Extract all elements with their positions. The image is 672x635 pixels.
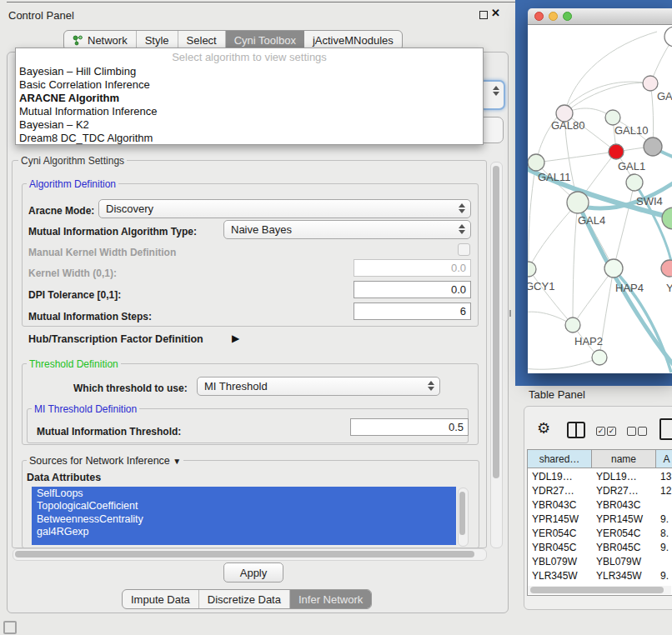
mi-threshold-definition-title: MI Threshold Definition: [32, 403, 139, 415]
node-gal4[interactable]: [567, 192, 589, 213]
table-cell[interactable]: 9.: [656, 512, 672, 526]
table-cell[interactable]: YBR043C: [528, 498, 592, 512]
checked-box-icon[interactable]: ✓: [596, 427, 605, 436]
table-cell[interactable]: 8.: [656, 526, 672, 540]
mi-steps-input[interactable]: 6: [354, 302, 471, 320]
checked-box-icon[interactable]: ✓: [607, 427, 616, 436]
node-gal11[interactable]: [528, 154, 544, 171]
collapse-down-icon[interactable]: ▼: [173, 457, 181, 466]
tab-impute-data-label: Impute Data: [131, 593, 190, 606]
attribute-item[interactable]: BetweennessCentrality: [32, 512, 456, 526]
gear-icon[interactable]: ⚙: [537, 419, 550, 438]
table-cell[interactable]: YDR27…: [592, 483, 656, 498]
tab-infer-network[interactable]: Infer Network: [290, 590, 371, 608]
table-scrollbar-thumb[interactable]: [530, 587, 664, 593]
node-pink[interactable]: [661, 260, 672, 277]
node-label: GAL1: [618, 160, 645, 172]
node-gal10[interactable]: [605, 110, 620, 125]
table-cell[interactable]: YDL19…: [528, 469, 592, 483]
node-bottom[interactable]: [592, 350, 607, 365]
settings-horizontal-scrollbar[interactable]: [13, 548, 487, 561]
tab-network-label: Network: [88, 34, 128, 47]
tab-impute-data[interactable]: Impute Data: [123, 590, 199, 608]
table-cell[interactable]: YBL079W: [592, 554, 656, 568]
algorithm-option-selected[interactable]: ARACNE Algorithm: [19, 92, 119, 105]
node-label: HAP2: [574, 335, 603, 348]
algorithm-option[interactable]: Bayesian – K2: [19, 118, 89, 132]
float-window-icon[interactable]: [479, 11, 488, 19]
expand-right-icon[interactable]: ▶: [232, 332, 239, 344]
network-window-titlebar[interactable]: [528, 8, 672, 25]
dpi-tolerance-input[interactable]: 0.0: [354, 281, 471, 298]
table-cell[interactable]: YBR045C: [592, 540, 656, 554]
zoom-traffic-light[interactable]: [563, 12, 572, 21]
table-cell[interactable]: YPR145W: [592, 512, 656, 526]
table-cell[interactable]: YBR043C: [592, 498, 656, 512]
node-gcy1[interactable]: [528, 262, 536, 277]
cyni-algorithm-settings-title: Cyni Algorithm Settings: [18, 155, 127, 167]
unchecked-box-icon[interactable]: [627, 427, 636, 436]
table-cell[interactable]: 13: [656, 469, 672, 483]
node-swi4[interactable]: [626, 174, 643, 191]
algorithm-option[interactable]: Basic Correlation Inference: [19, 78, 150, 92]
attribute-item-partial[interactable]: [32, 538, 456, 545]
table-cell[interactable]: YER054C: [528, 526, 592, 540]
close-icon[interactable]: ✕: [491, 7, 500, 19]
network-canvas[interactable]: GAL GAL80 GAL10 GAL1 GAL11 SWI4 GAL4 GCY…: [528, 25, 672, 373]
table-cell[interactable]: YBL079W: [528, 554, 592, 568]
node-label: GAL10: [614, 124, 648, 137]
tab-cyni-toolbox-label: Cyni Toolbox: [234, 34, 296, 47]
table-cell[interactable]: 9.: [656, 568, 672, 582]
mi-steps-value: 6: [460, 305, 466, 318]
node-unlabeled[interactable]: [664, 27, 672, 47]
table-cell[interactable]: [656, 498, 672, 512]
node-hap2[interactable]: [565, 318, 580, 332]
algorithm-definition-title: Algorithm Definition: [27, 178, 118, 190]
table-cell[interactable]: 12: [656, 483, 672, 498]
table-cell[interactable]: YLR345W: [592, 568, 656, 582]
panel-divider-grip[interactable]: [509, 310, 514, 317]
node-gal1[interactable]: [609, 144, 624, 159]
tab-discretize-data[interactable]: Discretize Data: [199, 590, 290, 608]
minimize-traffic-light[interactable]: [549, 12, 558, 21]
table-cell[interactable]: YDR27…: [528, 483, 592, 498]
node-label: GAL4: [578, 214, 605, 227]
node-gal-partial[interactable]: [643, 76, 658, 91]
apply-button[interactable]: Apply: [223, 562, 283, 582]
column-header-partial[interactable]: A: [656, 450, 672, 468]
column-header-name[interactable]: name: [592, 450, 656, 468]
mi-threshold-label: Mutual Information Threshold:: [37, 426, 181, 438]
close-traffic-light[interactable]: [534, 12, 544, 21]
table-cell[interactable]: YBR045C: [528, 540, 592, 554]
algorithm-option[interactable]: Bayesian – Hill Climbing: [19, 65, 136, 78]
algorithm-prompt: Select algorithm to view settings: [16, 51, 483, 63]
mi-algorithm-type-select[interactable]: Naive Bayes: [223, 220, 471, 239]
kernel-width-input[interactable]: 0.0: [354, 259, 471, 277]
which-threshold-select[interactable]: MI Threshold: [197, 377, 440, 396]
algorithm-option[interactable]: Dream8 DC_TDC Algorithm: [19, 132, 153, 145]
unchecked-box-icon[interactable]: [638, 427, 647, 436]
file-icon[interactable]: [659, 418, 672, 440]
attribute-item[interactable]: SelfLoops: [32, 487, 456, 500]
table-cell[interactable]: YDL19…: [592, 469, 656, 483]
mi-threshold-input[interactable]: 0.5: [350, 418, 469, 436]
table-cell[interactable]: YPR145W: [528, 512, 592, 526]
attribute-item[interactable]: gal4RGexp: [32, 526, 456, 539]
node-green-large[interactable]: [662, 208, 672, 229]
aracne-mode-select[interactable]: Discovery: [98, 199, 471, 218]
split-columns-icon[interactable]: [567, 422, 585, 438]
column-header-shared-name[interactable]: shared…: [528, 450, 592, 468]
table-cell[interactable]: YLR345W: [528, 568, 592, 582]
attribute-item[interactable]: TopologicalCoefficient: [32, 500, 456, 513]
algorithm-option[interactable]: Mutual Information Inference: [19, 105, 157, 118]
table-cell[interactable]: 9.: [656, 540, 672, 554]
apply-button-label: Apply: [240, 567, 268, 579]
docked-panel-icon[interactable]: [3, 621, 17, 634]
manual-kernel-width-checkbox[interactable]: [458, 243, 470, 256]
settings-vertical-scrollbar[interactable]: [490, 162, 503, 548]
attributes-scrollbar[interactable]: [458, 488, 469, 547]
table-cell[interactable]: [656, 554, 672, 568]
node-hap4[interactable]: [604, 259, 623, 278]
node-gray[interactable]: [644, 138, 662, 156]
table-cell[interactable]: YER054C: [592, 526, 656, 540]
